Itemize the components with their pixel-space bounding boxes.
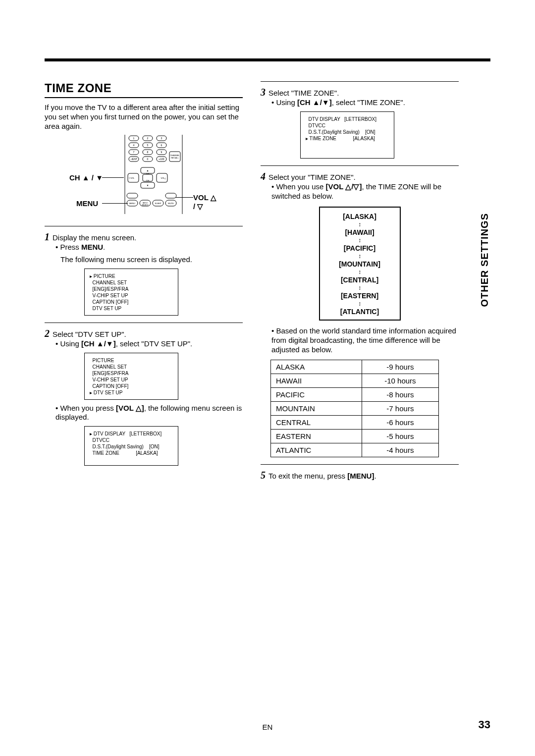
language-code: EN <box>263 723 273 731</box>
svg-rect-24 <box>127 193 138 198</box>
timezone-offset-table: ALASKA-9 hours HAWAII-10 hours PACIFIC-8… <box>270 360 439 457</box>
step-1-followup: The following menu screen is displayed. <box>60 255 243 265</box>
section-tab: OTHER SETTINGS <box>479 213 490 307</box>
svg-text:9: 9 <box>161 151 162 154</box>
menu-screen-dtv-2: DTV DISPLAY [LETTERBOX] DTVCC D.S.T.(Day… <box>300 111 394 159</box>
intro-text: If you move the TV to a different area a… <box>45 103 243 131</box>
svg-text:SLEEP: SLEEP <box>155 202 161 205</box>
table-row: MOUNTAIN-7 hours <box>271 401 439 415</box>
table-row: EASTERN-5 hours <box>271 429 439 443</box>
svg-text:3: 3 <box>161 137 162 140</box>
svg-text:0: 0 <box>147 158 149 161</box>
step-3: 3 Select "TIME ZONE". <box>261 87 459 98</box>
svg-text:MUTE: MUTE <box>168 202 174 205</box>
step-text: Select "TIME ZONE". <box>268 89 339 97</box>
step-1: 1 Display the menu screen. <box>45 231 243 243</box>
svg-text:8: 8 <box>147 151 149 154</box>
step-4-bullet-2: Based on the world standard time informa… <box>271 326 459 354</box>
header-rule <box>45 58 490 61</box>
table-row: CENTRAL-6 hours <box>271 415 439 429</box>
svg-text:VOL△: VOL△ <box>160 177 166 179</box>
remote-icon: 123 456 789 0+100–/ENT CHANNELRECALL ▲▼ … <box>124 135 183 214</box>
timezone-cycle-diagram: [ALASKA] ↕ [HAWAII] ↕ [PACIFIC] ↕ [MOUNT… <box>319 207 401 321</box>
svg-text:CH: CH <box>146 179 149 182</box>
step-text: Select "DTV SET UP". <box>53 330 126 338</box>
svg-text:SELECT: SELECT <box>142 204 149 206</box>
updown-icon: ↕ <box>324 269 396 275</box>
svg-text:1: 1 <box>133 137 135 140</box>
left-column: TIME ZONE If you move the TV to a differ… <box>45 81 243 481</box>
ch-label: CH ▲ / ▼ <box>69 173 103 182</box>
section-title: TIME ZONE <box>45 81 243 95</box>
table-row: ATLANTIC-4 hours <box>271 443 439 457</box>
menu-label: MENU <box>76 199 98 208</box>
svg-text:CH: CH <box>146 172 149 175</box>
step-2-bullet-1: Using [CH ▲/▼], select "DTV SET UP". <box>55 339 243 349</box>
menu-screen-main: ▸ PICTURE CHANNEL SET [ENG]/ESP/FRA V-CH… <box>84 269 178 316</box>
svg-text:MENU: MENU <box>129 202 135 205</box>
svg-text:▽VOL: ▽VOL <box>129 177 135 179</box>
step-2-bullet-2: When you press [VOL △], the following me… <box>55 404 243 423</box>
svg-rect-25 <box>165 193 176 198</box>
title-underline <box>45 97 243 98</box>
svg-text:RECALL: RECALL <box>171 157 179 159</box>
updown-icon: ↕ <box>324 285 396 291</box>
step-1-bullet: Press MENU. <box>55 243 243 252</box>
svg-text:4: 4 <box>133 144 135 147</box>
step-number: 3 <box>261 87 266 98</box>
updown-icon: ↕ <box>324 301 396 307</box>
remote-diagram: CH ▲ / ▼ MENU VOL △ / ▽ <box>69 135 218 219</box>
table-row: PACIFIC-8 hours <box>271 387 439 401</box>
svg-text:7: 7 <box>133 151 135 154</box>
menu-screen-main-2: PICTURE CHANNEL SET [ENG]/ESP/FRA V-CHIP… <box>84 353 178 400</box>
step-text: Select your "TIME ZONE". <box>268 173 356 181</box>
svg-text:▼: ▼ <box>147 184 149 187</box>
svg-text:+100: +100 <box>159 158 164 161</box>
updown-icon: ↕ <box>324 253 396 259</box>
svg-text:5: 5 <box>147 144 149 147</box>
table-row: ALASKA-9 hours <box>271 360 439 374</box>
updown-icon: ↕ <box>324 237 396 243</box>
step-number: 5 <box>261 470 266 481</box>
updown-icon: ↕ <box>324 221 396 227</box>
svg-text:2: 2 <box>147 137 149 140</box>
step-text: Display the menu screen. <box>53 233 136 242</box>
menu-screen-dtv-1: ▸ DTV DISPLAY [LETTERBOX] DTVCC D.S.T.(D… <box>84 426 178 466</box>
step-number: 2 <box>45 328 50 339</box>
step-number: 1 <box>45 231 50 243</box>
svg-text:▲: ▲ <box>147 169 149 172</box>
step-2: 2 Select "DTV SET UP". <box>45 328 243 339</box>
step-4-bullet-1: When you use [VOL △/▽], the TIME ZONE wi… <box>271 182 459 201</box>
vol-label: VOL △ / ▽ <box>193 193 218 211</box>
step-3-bullet: Using [CH ▲/▼], select "TIME ZONE". <box>271 98 459 108</box>
step-5: 5 To exit the menu, press [MENU]. <box>261 470 459 481</box>
right-column: 3 Select "TIME ZONE". Using [CH ▲/▼], se… <box>261 81 459 481</box>
step-4: 4 Select your "TIME ZONE". <box>261 171 459 182</box>
table-row: HAWAII-10 hours <box>271 374 439 387</box>
page-number: 33 <box>479 718 490 731</box>
step-text: To exit the menu, press [MENU]. <box>268 472 376 480</box>
svg-text:6: 6 <box>161 144 162 147</box>
svg-text:–/ENT: –/ENT <box>130 158 137 161</box>
step-number: 4 <box>261 171 266 182</box>
